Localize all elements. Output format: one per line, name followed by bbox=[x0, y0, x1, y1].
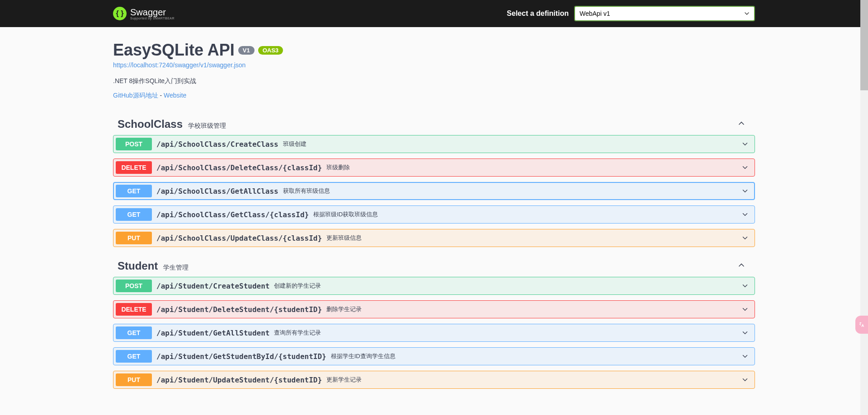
operation-summary: 班级删除 bbox=[326, 163, 741, 172]
api-title: EasySQLite API bbox=[113, 41, 235, 60]
operation-row[interactable]: GET/api/SchoolClass/GetClass/{classId}根据… bbox=[113, 205, 755, 224]
method-badge-put: PUT bbox=[116, 232, 152, 244]
operation-row[interactable]: GET/api/Student/GetStudentById/{studentI… bbox=[113, 347, 755, 365]
operation-path: /api/SchoolClass/GetAllClass bbox=[156, 187, 278, 196]
operation-summary: 删除学生记录 bbox=[326, 305, 741, 313]
scrollbar-track[interactable] bbox=[860, 0, 868, 410]
chevron-down-icon bbox=[741, 305, 750, 314]
operation-path: /api/SchoolClass/CreateClass bbox=[156, 140, 278, 149]
operation-path: /api/Student/GetAllStudent bbox=[156, 329, 269, 337]
logo-text-block: Swagger Supported by SMARTBEAR bbox=[130, 7, 175, 20]
operation-path: /api/SchoolClass/GetClass/{classId} bbox=[156, 210, 309, 219]
operation-path: /api/Student/GetStudentById/{studentID} bbox=[156, 352, 326, 361]
operation-summary: 班级创建 bbox=[283, 140, 741, 148]
operation-row[interactable]: GET/api/Student/GetAllStudent查询所有学生记录 bbox=[113, 324, 755, 342]
operation-row[interactable]: PUT/api/Student/UpdateStudent/{studentID… bbox=[113, 371, 755, 389]
chevron-down-icon bbox=[741, 328, 750, 337]
translate-fab-icon[interactable] bbox=[855, 316, 868, 334]
tag-description: 学生管理 bbox=[163, 264, 189, 272]
scrollbar-thumb[interactable] bbox=[860, 0, 868, 90]
chevron-down-icon bbox=[741, 352, 750, 361]
chevron-down-icon bbox=[741, 233, 750, 242]
definition-select-wrap: Select a definition WebApi v1 bbox=[507, 6, 755, 21]
chevron-down-icon bbox=[741, 281, 750, 290]
spec-url-link[interactable]: https://localhost:7240/swagger/v1/swagge… bbox=[113, 61, 245, 69]
github-link[interactable]: GitHub源码地址 bbox=[113, 92, 158, 99]
operation-summary: 查询所有学生记录 bbox=[274, 329, 741, 337]
operation-path: /api/SchoolClass/DeleteClass/{classId} bbox=[156, 163, 322, 172]
logo-text: Swagger bbox=[130, 7, 175, 18]
chevron-down-icon bbox=[741, 187, 750, 196]
swagger-logo-icon: { } bbox=[113, 7, 127, 20]
external-links: GitHub源码地址 - Website bbox=[113, 92, 755, 100]
logo[interactable]: { } Swagger Supported by SMARTBEAR bbox=[113, 7, 175, 20]
chevron-up-icon bbox=[737, 261, 746, 271]
operation-path: /api/Student/CreateStudent bbox=[156, 282, 269, 290]
chevron-down-icon bbox=[741, 375, 750, 384]
main-content: EasySQLite API V1 OAS3 https://localhost… bbox=[104, 27, 764, 410]
chevron-up-icon bbox=[737, 119, 746, 130]
title-row: EasySQLite API V1 OAS3 bbox=[113, 41, 755, 60]
operation-summary: 根据学生ID查询学生信息 bbox=[331, 352, 741, 360]
method-badge-post: POST bbox=[116, 280, 152, 292]
operation-summary: 创建新的学生记录 bbox=[274, 282, 741, 290]
topbar-inner: { } Swagger Supported by SMARTBEAR Selec… bbox=[104, 6, 764, 21]
tag-header[interactable]: Student学生管理 bbox=[113, 255, 755, 277]
version-badge: V1 bbox=[238, 46, 255, 55]
tag-name: SchoolClass bbox=[118, 118, 183, 131]
tag-section-student: Student学生管理POST/api/Student/CreateStuden… bbox=[113, 255, 755, 389]
operation-summary: 获取所有班级信息 bbox=[283, 187, 741, 195]
operation-summary: 根据班级ID获取班级信息 bbox=[313, 210, 741, 219]
method-badge-put: PUT bbox=[116, 373, 152, 386]
operation-row[interactable]: DELETE/api/SchoolClass/DeleteClass/{clas… bbox=[113, 159, 755, 177]
website-link[interactable]: Website bbox=[164, 92, 186, 99]
operation-row[interactable]: POST/api/Student/CreateStudent创建新的学生记录 bbox=[113, 277, 755, 295]
operation-path: /api/Student/UpdateStudent/{studentID} bbox=[156, 376, 322, 384]
tag-header[interactable]: SchoolClass学校班级管理 bbox=[113, 113, 755, 135]
tag-description: 学校班级管理 bbox=[188, 122, 226, 130]
operation-path: /api/SchoolClass/UpdateClass/{classId} bbox=[156, 234, 322, 242]
chevron-down-icon bbox=[741, 140, 750, 149]
operation-path: /api/Student/DeleteStudent/{studentID} bbox=[156, 305, 322, 314]
chevron-down-icon bbox=[741, 210, 750, 219]
chevron-down-icon bbox=[741, 163, 750, 172]
api-info: EasySQLite API V1 OAS3 https://localhost… bbox=[113, 41, 755, 100]
method-badge-delete: DELETE bbox=[116, 161, 152, 174]
topbar: { } Swagger Supported by SMARTBEAR Selec… bbox=[0, 0, 868, 27]
method-badge-post: POST bbox=[116, 138, 152, 150]
method-badge-get: GET bbox=[116, 185, 152, 197]
operation-summary: 更新班级信息 bbox=[326, 234, 741, 242]
definition-label: Select a definition bbox=[507, 9, 569, 18]
definition-select[interactable]: WebApi v1 bbox=[574, 6, 755, 21]
oas-badge: OAS3 bbox=[258, 46, 283, 55]
operation-row[interactable]: GET/api/SchoolClass/GetAllClass获取所有班级信息 bbox=[113, 182, 755, 200]
link-separator: - bbox=[158, 92, 164, 99]
method-badge-get: GET bbox=[116, 350, 152, 363]
operations-list: POST/api/Student/CreateStudent创建新的学生记录DE… bbox=[113, 277, 755, 389]
operation-row[interactable]: DELETE/api/Student/DeleteStudent/{studen… bbox=[113, 300, 755, 318]
tag-name: Student bbox=[118, 260, 158, 272]
operation-row[interactable]: POST/api/SchoolClass/CreateClass班级创建 bbox=[113, 135, 755, 153]
tag-header-left: SchoolClass学校班级管理 bbox=[118, 118, 226, 131]
tags-container: SchoolClass学校班级管理POST/api/SchoolClass/Cr… bbox=[113, 113, 755, 389]
operation-summary: 更新学生记录 bbox=[326, 376, 741, 384]
operation-row[interactable]: PUT/api/SchoolClass/UpdateClass/{classId… bbox=[113, 229, 755, 247]
tag-header-left: Student学生管理 bbox=[118, 260, 189, 272]
method-badge-delete: DELETE bbox=[116, 303, 152, 316]
operations-list: POST/api/SchoolClass/CreateClass班级创建DELE… bbox=[113, 135, 755, 247]
method-badge-get: GET bbox=[116, 208, 152, 221]
method-badge-get: GET bbox=[116, 326, 152, 339]
api-description: .NET 8操作SQLite入门到实战 bbox=[113, 77, 755, 85]
logo-subtext: Supported by SMARTBEAR bbox=[130, 17, 175, 20]
tag-section-schoolclass: SchoolClass学校班级管理POST/api/SchoolClass/Cr… bbox=[113, 113, 755, 247]
